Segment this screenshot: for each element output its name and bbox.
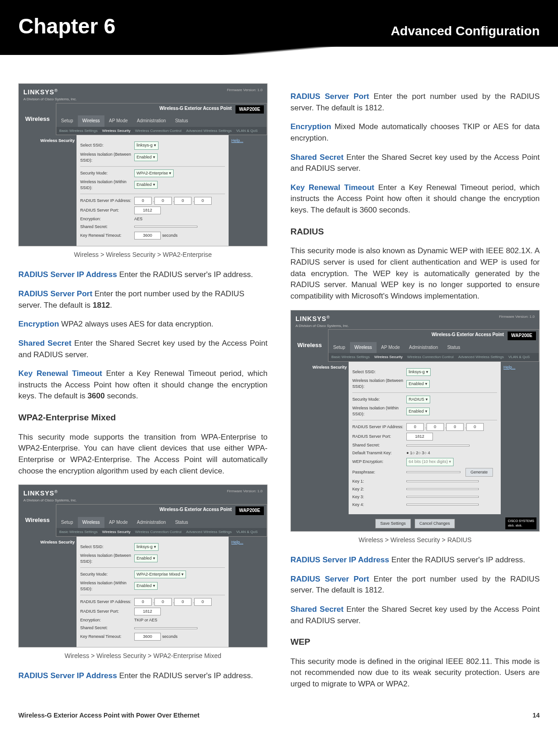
brand-sub: A Division of Cisco Systems, Inc. <box>23 97 263 102</box>
rip-1[interactable]: 0 <box>134 598 152 606</box>
tab-admin[interactable]: Administration <box>132 115 170 127</box>
iso2-select[interactable]: Enabled ▾ <box>134 582 158 590</box>
mode-select[interactable]: RADIUS ▾ <box>406 396 430 403</box>
tab-status[interactable]: Status <box>170 517 192 528</box>
enc-value: TKIP or AES <box>134 617 157 623</box>
tab-wireless[interactable]: Wireless <box>78 115 104 127</box>
help-link[interactable]: Help... <box>229 135 267 246</box>
tab-wireless[interactable]: Wireless <box>78 517 104 528</box>
tab-status[interactable]: Status <box>443 342 465 354</box>
subtab-adv[interactable]: Advanced Wireless Settings <box>186 129 232 133</box>
dtk-4[interactable]: ○ 4 <box>424 450 430 456</box>
secret-input[interactable] <box>134 627 197 629</box>
rip-3[interactable]: 0 <box>174 598 191 606</box>
renew-input[interactable]: 3600 <box>134 633 161 641</box>
subtab-security[interactable]: Wireless Security <box>374 355 403 359</box>
subtab-basic[interactable]: Basic Wireless Settings <box>59 530 98 534</box>
rip-2[interactable]: 0 <box>427 423 444 431</box>
help-link[interactable]: Help... <box>501 362 539 514</box>
iso1-select[interactable]: Enabled ▾ <box>134 153 158 161</box>
dtk-2[interactable]: ○ 2 <box>412 450 418 456</box>
subtab-basic[interactable]: Basic Wireless Settings <box>59 129 98 133</box>
subtab-adv[interactable]: Advanced Wireless Settings <box>458 355 504 359</box>
wepenc-select[interactable]: 64 bits (10 hex digits) ▾ <box>406 458 454 466</box>
subtab-basic[interactable]: Basic Wireless Settings <box>331 355 370 359</box>
k2-input[interactable] <box>406 488 479 490</box>
footer-left: Wireless-G Exterior Access Point with Po… <box>18 712 199 719</box>
pass-input[interactable] <box>406 471 460 473</box>
tab-admin[interactable]: Administration <box>132 517 170 528</box>
ssid-select[interactable]: linksys-g ▾ <box>134 543 159 551</box>
tab-wireless[interactable]: Wireless <box>350 342 377 354</box>
caption-1: Wireless > Wireless Security > WPA2-Ente… <box>18 250 268 259</box>
rport-label: RADIUS Server Port: <box>80 207 134 213</box>
rip-2[interactable]: 0 <box>154 598 172 606</box>
secret-label: Shared Secret: <box>80 224 134 230</box>
subtab-security[interactable]: Wireless Security <box>102 129 131 133</box>
generate-button[interactable]: Generate <box>465 468 493 477</box>
iso2-label: Wireless Isolation (Within SSID): <box>352 405 406 417</box>
para-wep: This security mode is defined in the ori… <box>290 656 540 690</box>
subtab-conn[interactable]: Wireless Connection Control <box>135 530 181 534</box>
subtab-vlan[interactable]: VLAN & QoS <box>236 530 258 534</box>
tab-setup[interactable]: Setup <box>56 517 77 528</box>
k4-input[interactable] <box>406 504 479 506</box>
rip-3[interactable]: 0 <box>446 423 464 431</box>
iso1-select[interactable]: Enabled ▾ <box>406 380 430 388</box>
rip-4[interactable]: 0 <box>194 197 212 205</box>
help-link[interactable]: Help... <box>229 537 267 647</box>
k1-input[interactable] <box>406 480 479 482</box>
subtab-conn[interactable]: Wireless Connection Control <box>135 129 181 133</box>
enc-label: Encryption: <box>80 617 134 623</box>
rip-4[interactable]: 0 <box>466 423 484 431</box>
iso2-select[interactable]: Enabled ▾ <box>406 408 430 415</box>
rip-4[interactable]: 0 <box>194 598 212 606</box>
subtab-security[interactable]: Wireless Security <box>102 530 131 534</box>
rip-3[interactable]: 0 <box>174 197 191 205</box>
save-button[interactable]: Save Settings <box>375 519 411 528</box>
tab-admin[interactable]: Administration <box>405 342 443 354</box>
subtab-vlan[interactable]: VLAN & QoS <box>236 129 258 133</box>
rip-2[interactable]: 0 <box>154 197 172 205</box>
rport-input[interactable]: 1812 <box>134 608 161 615</box>
secret-input[interactable] <box>406 445 470 446</box>
para-renew-2: Key Renewal Timeout Enter a Key Renewal … <box>290 182 540 216</box>
subtab-conn[interactable]: Wireless Connection Control <box>407 355 454 359</box>
rport-input[interactable]: 1812 <box>406 433 433 441</box>
para-secret-2: Shared Secret Enter the Shared Secret ke… <box>290 152 540 174</box>
secret-input[interactable] <box>134 226 197 228</box>
rport-input[interactable]: 1812 <box>134 207 161 214</box>
k4-label: Key 4: <box>352 502 406 508</box>
screenshot-radius: LINKSYS®Firmware Version: 1.0 A Division… <box>290 310 540 532</box>
subtab-vlan[interactable]: VLAN & QoS <box>509 355 530 359</box>
subtab-adv[interactable]: Advanced Wireless Settings <box>186 530 232 534</box>
heading-wpa2-mixed: WPA2-Enterprise Mixed <box>18 411 268 424</box>
renew-input[interactable]: 3600 <box>134 232 161 239</box>
heading-wep: WEP <box>290 636 540 648</box>
brand-logo: LINKSYS <box>23 489 55 497</box>
mode-select[interactable]: WPA2-Enterprise ▾ <box>134 169 174 177</box>
rport-label: RADIUS Server Port: <box>80 609 134 615</box>
iso1-select[interactable]: Enabled ▾ <box>134 555 158 562</box>
product-name: Wireless-G Exterior Access Point <box>432 332 504 340</box>
k3-input[interactable] <box>406 496 479 498</box>
mode-select[interactable]: WPA2-Enterprise Mixed ▾ <box>134 571 186 578</box>
tab-setup[interactable]: Setup <box>328 342 350 354</box>
iso2-select[interactable]: Enabled ▾ <box>134 181 158 189</box>
rip-1[interactable]: 0 <box>134 197 152 205</box>
tab-apmode[interactable]: AP Mode <box>377 342 405 354</box>
tab-status[interactable]: Status <box>170 115 192 127</box>
tab-apmode[interactable]: AP Mode <box>104 115 132 127</box>
rip-1[interactable]: 0 <box>406 423 424 431</box>
dtk-1[interactable]: ● 1 <box>406 450 412 456</box>
tab-apmode[interactable]: AP Mode <box>104 517 132 528</box>
cisco-logo: CISCO SYSTEMSıılıılı. ıılıılı. <box>505 517 536 529</box>
ssid-select[interactable]: linksys-g ▾ <box>134 141 159 149</box>
tab-setup[interactable]: Setup <box>56 115 77 127</box>
dtk-3[interactable]: ○ 3 <box>418 450 424 456</box>
ssid-label: Select SSID: <box>80 544 134 550</box>
ssid-label: Select SSID: <box>80 142 134 148</box>
k2-label: Key 2: <box>352 486 406 492</box>
ssid-select[interactable]: linksys-g ▾ <box>406 368 431 376</box>
cancel-button[interactable]: Cancel Changes <box>415 519 455 528</box>
